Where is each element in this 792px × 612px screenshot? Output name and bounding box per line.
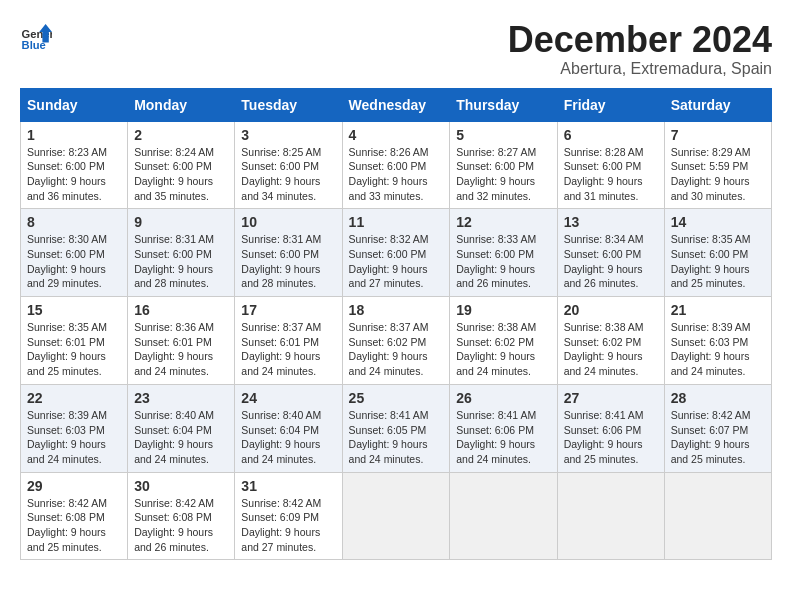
day-number: 9 [134,214,228,230]
calendar-cell: 15Sunrise: 8:35 AM Sunset: 6:01 PM Dayli… [21,297,128,385]
calendar-cell: 9Sunrise: 8:31 AM Sunset: 6:00 PM Daylig… [128,209,235,297]
calendar-cell: 27Sunrise: 8:41 AM Sunset: 6:06 PM Dayli… [557,384,664,472]
calendar-week-row: 8Sunrise: 8:30 AM Sunset: 6:00 PM Daylig… [21,209,772,297]
day-number: 26 [456,390,550,406]
calendar-cell: 19Sunrise: 8:38 AM Sunset: 6:02 PM Dayli… [450,297,557,385]
calendar-cell: 6Sunrise: 8:28 AM Sunset: 6:00 PM Daylig… [557,121,664,209]
header: General Blue December 2024 Abertura, Ext… [20,20,772,78]
day-number: 21 [671,302,765,318]
calendar-week-row: 15Sunrise: 8:35 AM Sunset: 6:01 PM Dayli… [21,297,772,385]
day-info: Sunrise: 8:29 AM Sunset: 5:59 PM Dayligh… [671,145,765,204]
calendar-header-friday: Friday [557,88,664,121]
day-number: 6 [564,127,658,143]
day-info: Sunrise: 8:41 AM Sunset: 6:05 PM Dayligh… [349,408,444,467]
day-info: Sunrise: 8:26 AM Sunset: 6:00 PM Dayligh… [349,145,444,204]
calendar-cell: 11Sunrise: 8:32 AM Sunset: 6:00 PM Dayli… [342,209,450,297]
location-title: Abertura, Extremadura, Spain [508,60,772,78]
day-number: 3 [241,127,335,143]
calendar-header-row: SundayMondayTuesdayWednesdayThursdayFrid… [21,88,772,121]
calendar-cell: 29Sunrise: 8:42 AM Sunset: 6:08 PM Dayli… [21,472,128,560]
calendar-week-row: 22Sunrise: 8:39 AM Sunset: 6:03 PM Dayli… [21,384,772,472]
day-number: 14 [671,214,765,230]
day-number: 10 [241,214,335,230]
day-info: Sunrise: 8:38 AM Sunset: 6:02 PM Dayligh… [456,320,550,379]
calendar-cell: 24Sunrise: 8:40 AM Sunset: 6:04 PM Dayli… [235,384,342,472]
day-info: Sunrise: 8:37 AM Sunset: 6:01 PM Dayligh… [241,320,335,379]
day-info: Sunrise: 8:31 AM Sunset: 6:00 PM Dayligh… [134,232,228,291]
day-info: Sunrise: 8:28 AM Sunset: 6:00 PM Dayligh… [564,145,658,204]
calendar-table: SundayMondayTuesdayWednesdayThursdayFrid… [20,88,772,561]
calendar-cell: 16Sunrise: 8:36 AM Sunset: 6:01 PM Dayli… [128,297,235,385]
day-number: 15 [27,302,121,318]
day-info: Sunrise: 8:40 AM Sunset: 6:04 PM Dayligh… [241,408,335,467]
day-info: Sunrise: 8:36 AM Sunset: 6:01 PM Dayligh… [134,320,228,379]
calendar-cell: 22Sunrise: 8:39 AM Sunset: 6:03 PM Dayli… [21,384,128,472]
calendar-cell: 31Sunrise: 8:42 AM Sunset: 6:09 PM Dayli… [235,472,342,560]
day-number: 17 [241,302,335,318]
calendar-header-sunday: Sunday [21,88,128,121]
day-number: 31 [241,478,335,494]
day-info: Sunrise: 8:39 AM Sunset: 6:03 PM Dayligh… [27,408,121,467]
calendar-cell: 13Sunrise: 8:34 AM Sunset: 6:00 PM Dayli… [557,209,664,297]
title-area: December 2024 Abertura, Extremadura, Spa… [508,20,772,78]
day-info: Sunrise: 8:27 AM Sunset: 6:00 PM Dayligh… [456,145,550,204]
calendar-cell: 3Sunrise: 8:25 AM Sunset: 6:00 PM Daylig… [235,121,342,209]
calendar-cell: 8Sunrise: 8:30 AM Sunset: 6:00 PM Daylig… [21,209,128,297]
day-info: Sunrise: 8:34 AM Sunset: 6:00 PM Dayligh… [564,232,658,291]
calendar-header-wednesday: Wednesday [342,88,450,121]
calendar-cell [664,472,771,560]
calendar-cell: 21Sunrise: 8:39 AM Sunset: 6:03 PM Dayli… [664,297,771,385]
day-number: 29 [27,478,121,494]
day-info: Sunrise: 8:24 AM Sunset: 6:00 PM Dayligh… [134,145,228,204]
day-info: Sunrise: 8:33 AM Sunset: 6:00 PM Dayligh… [456,232,550,291]
day-info: Sunrise: 8:37 AM Sunset: 6:02 PM Dayligh… [349,320,444,379]
day-info: Sunrise: 8:40 AM Sunset: 6:04 PM Dayligh… [134,408,228,467]
calendar-week-row: 1Sunrise: 8:23 AM Sunset: 6:00 PM Daylig… [21,121,772,209]
calendar-cell: 28Sunrise: 8:42 AM Sunset: 6:07 PM Dayli… [664,384,771,472]
day-info: Sunrise: 8:31 AM Sunset: 6:00 PM Dayligh… [241,232,335,291]
day-info: Sunrise: 8:41 AM Sunset: 6:06 PM Dayligh… [564,408,658,467]
month-title: December 2024 [508,20,772,60]
day-info: Sunrise: 8:38 AM Sunset: 6:02 PM Dayligh… [564,320,658,379]
calendar-header-thursday: Thursday [450,88,557,121]
day-info: Sunrise: 8:25 AM Sunset: 6:00 PM Dayligh… [241,145,335,204]
calendar-cell [342,472,450,560]
calendar-cell: 17Sunrise: 8:37 AM Sunset: 6:01 PM Dayli… [235,297,342,385]
day-number: 16 [134,302,228,318]
calendar-cell: 1Sunrise: 8:23 AM Sunset: 6:00 PM Daylig… [21,121,128,209]
calendar-header-saturday: Saturday [664,88,771,121]
day-number: 12 [456,214,550,230]
day-number: 18 [349,302,444,318]
day-number: 19 [456,302,550,318]
day-number: 24 [241,390,335,406]
day-info: Sunrise: 8:42 AM Sunset: 6:07 PM Dayligh… [671,408,765,467]
calendar-cell: 10Sunrise: 8:31 AM Sunset: 6:00 PM Dayli… [235,209,342,297]
day-number: 13 [564,214,658,230]
calendar-cell [450,472,557,560]
calendar-cell: 2Sunrise: 8:24 AM Sunset: 6:00 PM Daylig… [128,121,235,209]
calendar-header-tuesday: Tuesday [235,88,342,121]
day-number: 20 [564,302,658,318]
calendar-cell: 26Sunrise: 8:41 AM Sunset: 6:06 PM Dayli… [450,384,557,472]
calendar-cell: 12Sunrise: 8:33 AM Sunset: 6:00 PM Dayli… [450,209,557,297]
calendar-week-row: 29Sunrise: 8:42 AM Sunset: 6:08 PM Dayli… [21,472,772,560]
day-number: 25 [349,390,444,406]
day-info: Sunrise: 8:35 AM Sunset: 6:00 PM Dayligh… [671,232,765,291]
calendar-cell: 14Sunrise: 8:35 AM Sunset: 6:00 PM Dayli… [664,209,771,297]
logo-icon: General Blue [20,20,52,52]
day-info: Sunrise: 8:30 AM Sunset: 6:00 PM Dayligh… [27,232,121,291]
day-number: 5 [456,127,550,143]
day-number: 27 [564,390,658,406]
logo: General Blue [20,20,54,52]
day-info: Sunrise: 8:39 AM Sunset: 6:03 PM Dayligh… [671,320,765,379]
day-info: Sunrise: 8:23 AM Sunset: 6:00 PM Dayligh… [27,145,121,204]
calendar-cell: 7Sunrise: 8:29 AM Sunset: 5:59 PM Daylig… [664,121,771,209]
day-number: 30 [134,478,228,494]
calendar-cell: 30Sunrise: 8:42 AM Sunset: 6:08 PM Dayli… [128,472,235,560]
day-number: 23 [134,390,228,406]
day-number: 11 [349,214,444,230]
day-number: 8 [27,214,121,230]
calendar-header-monday: Monday [128,88,235,121]
day-number: 7 [671,127,765,143]
calendar-cell: 20Sunrise: 8:38 AM Sunset: 6:02 PM Dayli… [557,297,664,385]
